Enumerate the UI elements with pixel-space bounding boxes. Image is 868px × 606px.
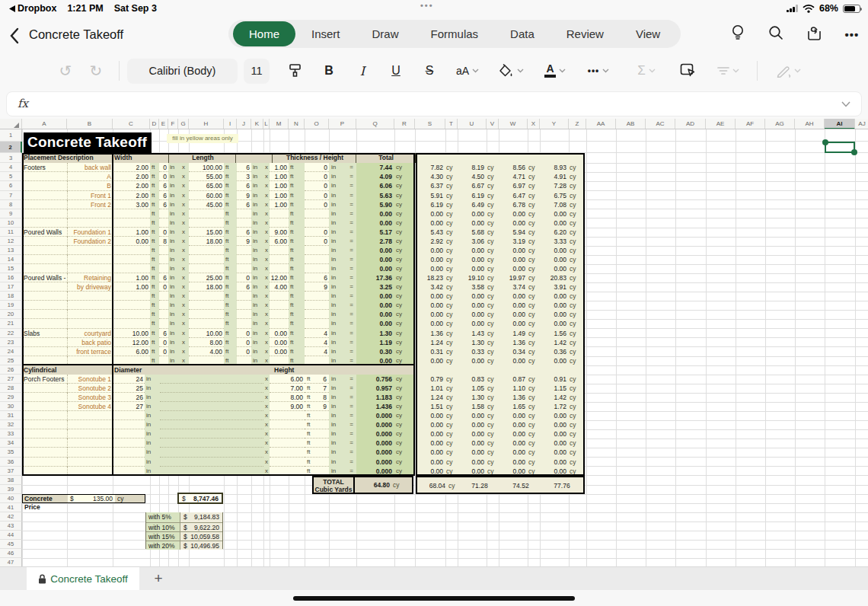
width-in-cell[interactable]: 6 [159, 273, 168, 282]
unit-cell[interactable]: cy [487, 402, 499, 411]
thickness-ft-cell[interactable]: 4.00 [270, 282, 289, 292]
with-values-row[interactable]: 1.24cy1.30cy1.36cy1.42cy [415, 338, 586, 347]
selection-handle[interactable] [851, 149, 857, 155]
with-values-row[interactable]: 0.00cy0.00cy0.00cy0.00cy [415, 458, 586, 467]
cell[interactable]: in [168, 191, 178, 200]
unit-cell[interactable]: cy [528, 191, 540, 200]
total-cell[interactable]: 1.436 [356, 402, 394, 411]
unit-cell[interactable]: cy [569, 338, 586, 347]
cell[interactable]: x [178, 301, 189, 310]
column-header-T[interactable]: T [445, 119, 458, 129]
cell[interactable]: ft [224, 255, 237, 264]
row-header-47[interactable]: 47 [0, 558, 22, 566]
with-value-cell[interactable]: 0.00 [499, 264, 528, 273]
cell[interactable]: in [251, 218, 263, 228]
with-value-cell[interactable]: 0.00 [499, 310, 528, 319]
cell[interactable]: in [251, 347, 263, 356]
cell[interactable]: x [178, 347, 189, 356]
row-header-7[interactable]: 7 [0, 191, 22, 200]
unit-cell[interactable]: cy [569, 246, 586, 255]
with-value-cell[interactable]: 1.65 [499, 402, 528, 411]
cell[interactable]: ft [150, 200, 159, 209]
with-value-cell[interactable]: 0.00 [458, 411, 487, 420]
cell[interactable]: ft [289, 237, 305, 246]
cell[interactable]: ft [224, 218, 237, 228]
with-values-row[interactable]: 0.31cy0.33cy0.34cy0.36cy [415, 347, 586, 356]
cell[interactable]: cy [394, 310, 415, 319]
category-cell[interactable] [22, 411, 67, 420]
cell[interactable]: in [251, 200, 263, 209]
row-header-26[interactable]: 26 [0, 365, 22, 375]
cell[interactable]: x [178, 292, 189, 301]
unit-cell[interactable]: cy [487, 273, 499, 282]
total-cell[interactable]: 6.06 [356, 181, 394, 190]
width-in-cell[interactable] [159, 319, 168, 328]
with-value-cell[interactable]: 0.00 [415, 292, 445, 301]
width-ft-cell[interactable]: 0.00 [113, 237, 150, 246]
cell[interactable]: x [263, 264, 270, 273]
with-value-cell[interactable]: 2.92 [415, 237, 445, 246]
label-cell[interactable]: Foundation 2 [67, 237, 113, 246]
diameter-cell[interactable] [113, 448, 145, 457]
label-cell[interactable]: Sonotube 2 [67, 384, 113, 393]
row-header-37[interactable]: 37 [0, 467, 22, 476]
total-cell[interactable]: 1.30 [356, 329, 394, 338]
with-value-cell[interactable]: 1.36 [499, 338, 528, 347]
category-cell[interactable]: Poured Walls - Site [22, 273, 67, 282]
with-value-cell[interactable]: 0.00 [415, 467, 445, 476]
cell[interactable]: in [168, 329, 178, 338]
unit-cell[interactable]: cy [569, 458, 586, 467]
length-ft-cell[interactable] [189, 319, 224, 328]
width-ft-cell[interactable] [113, 319, 150, 328]
cell[interactable]: in [251, 191, 263, 200]
total-cell[interactable]: 0.957 [356, 384, 394, 393]
row-header-17[interactable]: 17 [0, 282, 22, 292]
with-value-cell[interactable]: 4.91 [540, 172, 569, 181]
category-cell[interactable] [22, 439, 67, 448]
redo-button[interactable]: ↻ [81, 62, 111, 80]
column-header-R[interactable]: R [394, 119, 415, 129]
width-in-cell[interactable]: 0 [159, 163, 168, 172]
with-value-cell[interactable]: 6.47 [499, 191, 528, 200]
add-sheet-button[interactable]: + [145, 567, 172, 591]
cell[interactable]: cy [394, 458, 415, 467]
unit-cell[interactable]: cy [445, 255, 458, 264]
total-cell[interactable]: 0.00 [356, 319, 394, 328]
total-cell[interactable]: 4.09 [356, 172, 394, 181]
length-in-cell[interactable]: 0 [237, 338, 251, 347]
sheet-row-11[interactable]: Poured WallsFoundation 11.00ft0inx15.00f… [22, 228, 415, 237]
cell[interactable]: x [178, 172, 189, 181]
with-value-cell[interactable]: 0.00 [415, 209, 445, 218]
cell[interactable]: in [145, 439, 160, 448]
height-ft-cell[interactable] [270, 411, 305, 420]
formula-bar-expand-icon[interactable] [841, 101, 850, 107]
with-value-cell[interactable]: 0.33 [458, 347, 487, 356]
cell[interactable]: ft [150, 181, 159, 190]
diameter-cell[interactable]: 24 [113, 375, 145, 384]
unit-cell[interactable]: cy [445, 191, 458, 200]
unit-cell[interactable]: cy [569, 273, 586, 282]
thickness-ft-cell[interactable] [270, 310, 289, 319]
unit-cell[interactable]: cy [569, 218, 586, 228]
label-cell[interactable]: courtyard [67, 329, 113, 338]
cell[interactable]: in [168, 319, 178, 328]
cell[interactable]: in [168, 264, 178, 273]
with-value-cell[interactable]: 0.00 [540, 319, 569, 328]
unit-cell[interactable]: cy [487, 264, 499, 273]
with-value-cell[interactable]: 1.30 [458, 393, 487, 402]
with-values-row[interactable]: 5.91cy6.19cy6.47cy6.75cy [415, 191, 586, 200]
cell[interactable]: in= [329, 292, 356, 301]
diameter-cell[interactable] [113, 439, 145, 448]
column-header-AJ[interactable]: AJ [855, 119, 868, 129]
with-value-cell[interactable]: 0.00 [458, 356, 487, 365]
unit-cell[interactable]: cy [445, 347, 458, 356]
unit-cell[interactable]: cy [528, 200, 540, 209]
with-value-cell[interactable]: 0.00 [499, 429, 528, 439]
cell[interactable]: cy [394, 282, 415, 292]
column-header-N[interactable]: N [289, 119, 305, 129]
unit-cell[interactable]: cy [445, 319, 458, 328]
unit-cell[interactable]: cy [445, 375, 458, 384]
cell[interactable]: ft [224, 163, 237, 172]
row-header-31[interactable]: 31 [0, 411, 22, 420]
cell[interactable]: cy [394, 467, 415, 476]
